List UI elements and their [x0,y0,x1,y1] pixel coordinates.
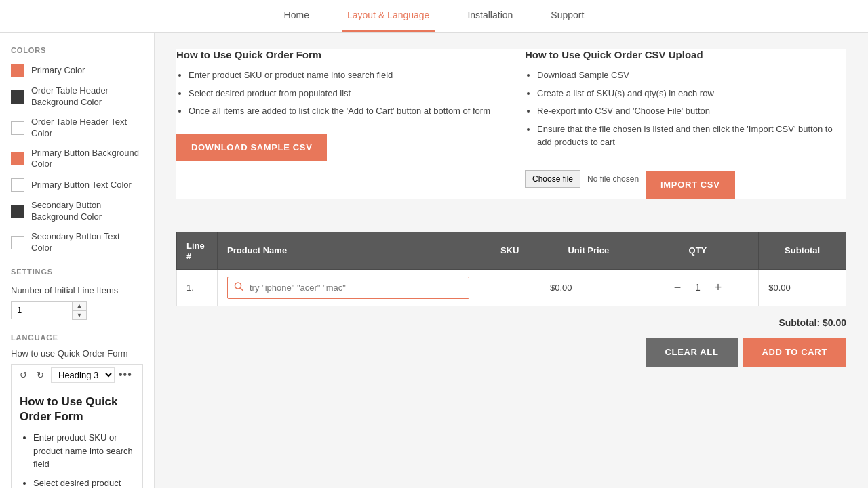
how-to-right-item-2: Create a list of SKU(s) and qty(s) in ea… [537,87,846,100]
qty-value: 1 [691,282,705,293]
undo-button[interactable]: ↺ [17,369,30,382]
editor-bullet-1: Enter product SKU or product name into s… [33,431,134,471]
col-header-qty: QTY [637,232,759,269]
settings-section: SETTINGS Number of Initial Line Items 1 … [11,268,143,320]
color-item-primary-button-text[interactable]: Primary Button Text Color [11,178,143,192]
order-table-header-bg-swatch [11,90,24,104]
top-navigation: Home Layout & Language Installation Supp… [0,0,868,33]
order-table-wrap: Line # Product Name SKU Unit Price QTY S… [176,232,846,306]
csv-upload-row: Choose file No file chosen IMPORT CSV [525,160,846,199]
language-section-title: LANGUAGE [11,333,143,342]
order-table-head: Line # Product Name SKU Unit Price QTY S… [177,232,846,269]
color-item-secondary-button-text[interactable]: Secondary Button Text Color [11,231,143,254]
col-header-line: Line # [177,232,218,269]
editor-toolbar: ↺ ↻ Heading 3 ••• [11,364,143,386]
editor-bullet-2: Select desired product from populated li… [33,476,134,488]
how-to-left-item-3: Once all items are added to list click t… [189,104,498,118]
qty-increase-button[interactable]: + [710,279,726,296]
primary-button-bg-label: Primary Button Background Color [31,148,143,171]
how-to-left-item-2: Select desired product from populated li… [189,87,498,100]
how-to-left-title: How to Use Quick Order Form [176,49,498,60]
sidebar: COLORS Primary Color Order Table Header … [0,33,155,488]
how-to-right-item-3: Re-export into CSV and 'Choose File' but… [537,104,846,118]
how-to-right-item-4: Ensure that the file chosen is listed an… [537,123,846,149]
nav-layout-language[interactable]: Layout & Language [342,0,435,32]
product-search-input[interactable] [227,277,469,299]
color-item-order-table-header-text[interactable]: Order Table Header Text Color [11,117,143,140]
how-to-right-item-1: Download Sample CSV [537,68,846,82]
secondary-button-bg-swatch [11,205,24,218]
svg-line-1 [241,288,243,291]
number-input-wrap: 1 ▲ ▼ [11,301,143,320]
clear-all-button[interactable]: CLEAR ALL [646,338,738,367]
color-item-primary-button-bg[interactable]: Primary Button Background Color [11,148,143,171]
add-to-cart-button[interactable]: ADD TO CART [743,338,846,367]
order-table-header-text-swatch [11,121,24,135]
nav-home[interactable]: Home [279,0,315,32]
row-sku [479,269,540,306]
initial-line-items-input[interactable]: 1 [11,301,72,319]
col-header-product: Product Name [218,232,479,269]
search-icon [234,282,243,293]
how-to-right-block: How to Use Quick Order CSV Upload Downlo… [525,49,846,199]
how-to-section: How to Use Quick Order Form Enter produc… [176,49,846,199]
search-input-wrap [227,277,469,299]
primary-color-label: Primary Color [31,65,85,77]
language-section: LANGUAGE How to use Quick Order Form ↺ ↻… [11,333,143,488]
color-item-primary[interactable]: Primary Color [11,64,143,77]
table-footer: Subtotal: $0.00 CLEAR ALL ADD TO CART [176,317,846,367]
order-table-header-bg-label: Order Table Header Background Color [31,85,143,108]
no-file-text: No file chosen [587,174,639,184]
editor-content: How to Use Quick Order Form Enter produc… [11,386,143,488]
number-up-arrow[interactable]: ▲ [72,301,87,310]
qty-control: − 1 + [647,279,749,296]
col-header-sku: SKU [479,232,540,269]
redo-button[interactable]: ↻ [34,369,47,382]
toolbar-more-button[interactable]: ••• [119,369,132,381]
main-layout: COLORS Primary Color Order Table Header … [0,33,868,488]
import-csv-button[interactable]: IMPORT CSV [646,171,734,199]
row-qty-cell: − 1 + [637,269,759,306]
subtotal-display: Subtotal: $0.00 [176,317,846,328]
color-item-secondary-button-bg[interactable]: Secondary Button Background Color [11,200,143,223]
divider [176,218,846,218]
heading-select[interactable]: Heading 3 [51,367,115,383]
table-row: 1. [177,269,846,306]
how-to-left-block: How to Use Quick Order Form Enter produc… [176,49,498,199]
how-to-left-list: Enter product SKU or product name into s… [176,68,498,118]
color-item-order-table-header-bg[interactable]: Order Table Header Background Color [11,85,143,108]
row-line-number: 1. [177,269,218,306]
nav-support[interactable]: Support [545,0,589,32]
initial-line-items-label: Number of Initial Line Items [11,285,143,296]
primary-button-bg-swatch [11,152,24,165]
number-arrows: ▲ ▼ [72,301,87,320]
how-to-right-title: How to Use Quick Order CSV Upload [525,49,846,60]
row-subtotal: $0.00 [759,269,846,306]
primary-color-swatch [11,64,24,77]
number-down-arrow[interactable]: ▼ [72,310,87,320]
order-table-header-text-label: Order Table Header Text Color [31,117,143,140]
qty-decrease-button[interactable]: − [669,279,686,296]
editor-heading: How to Use Quick Order Form [20,394,134,424]
secondary-button-text-label: Secondary Button Text Color [31,231,143,254]
secondary-button-text-swatch [11,236,24,249]
row-unit-price: $0.00 [540,269,637,306]
nav-installation[interactable]: Installation [462,0,518,32]
action-buttons: CLEAR ALL ADD TO CART [176,338,846,367]
primary-button-text-label: Primary Button Text Color [31,180,132,191]
secondary-button-bg-label: Secondary Button Background Color [31,200,143,223]
choose-file-button[interactable]: Choose file [525,170,580,188]
settings-title: SETTINGS [11,268,143,276]
row-product-cell [218,269,479,306]
col-header-unit-price: Unit Price [540,232,637,269]
how-to-left-item-1: Enter product SKU or product name into s… [189,68,498,82]
how-to-right-list: Download Sample CSV Create a list of SKU… [525,68,846,149]
primary-button-text-swatch [11,178,24,192]
col-header-subtotal: Subtotal [759,232,846,269]
how-to-label: How to use Quick Order Form [11,348,143,359]
download-csv-button[interactable]: DOWNLOAD SAMPLE CSV [176,134,327,161]
colors-section-title: COLORS [11,46,143,54]
content-area: How to Use Quick Order Form Enter produc… [155,33,868,488]
order-table-body: 1. [177,269,846,306]
table-header-row: Line # Product Name SKU Unit Price QTY S… [177,232,846,269]
